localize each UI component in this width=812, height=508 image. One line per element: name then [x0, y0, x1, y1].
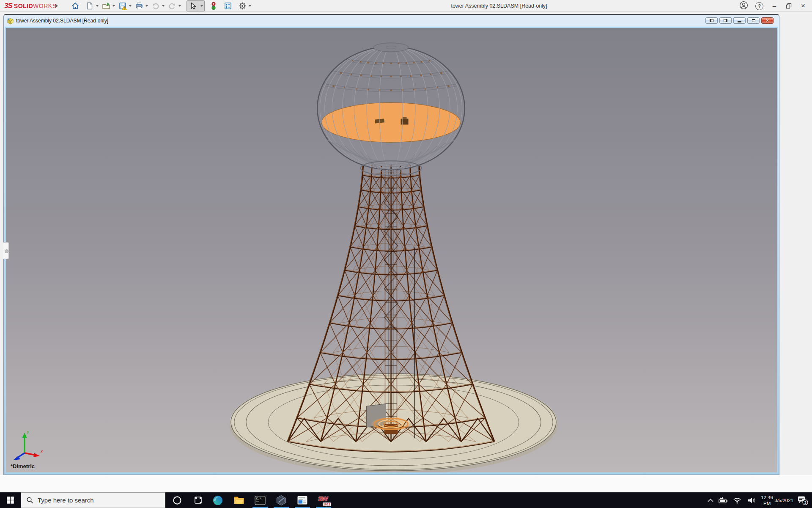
document-title: tower Assembly 02.SLDASM [Read-only] [16, 18, 108, 24]
restore-button[interactable] [785, 3, 792, 9]
taskbar-clock[interactable]: 12:46 PM 3/5/2021 [760, 492, 793, 508]
solidworks-2021-icon: SW 2021 [318, 495, 329, 506]
document-window: tower Assembly 02.SLDASM [Read-only] × y… [3, 14, 779, 475]
home-button[interactable] [70, 1, 81, 11]
cortana-button[interactable] [168, 492, 187, 508]
command-prompt-icon: C:\ [255, 495, 266, 506]
tray-overflow-button[interactable] [705, 492, 716, 508]
taskbar-item-solidworks[interactable]: SW 2021 [313, 492, 334, 508]
file-explorer-icon [233, 495, 244, 506]
tile-left-icon [710, 19, 713, 22]
taskbar: C:\ SW 2021 [0, 492, 812, 508]
task-view-button[interactable] [189, 492, 207, 508]
system-window-icon [297, 495, 308, 506]
clock-time: 12:46 PM [760, 494, 774, 506]
search-icon [26, 497, 33, 504]
doc-close-button[interactable]: × [761, 17, 774, 24]
cortana-icon [172, 495, 182, 505]
stoplight-icon [209, 2, 218, 10]
doc-minimize-button[interactable] [733, 17, 746, 24]
open-dropdown[interactable] [112, 5, 115, 7]
orientation-triad[interactable]: y x [12, 429, 48, 461]
edrawings-hexagon-icon [276, 495, 287, 506]
triad-x-label: x [40, 449, 43, 454]
document-title-bar[interactable]: tower Assembly 02.SLDASM [Read-only] [4, 15, 779, 27]
wifi-icon [733, 497, 741, 504]
quick-access-toolbar [70, 1, 253, 11]
app-window-controls: ? – × [739, 0, 807, 12]
windows-start-icon [7, 497, 14, 504]
restore-icon [785, 3, 792, 9]
task-form-button[interactable] [222, 1, 233, 11]
display-stoplight-button[interactable] [208, 1, 219, 11]
options-button[interactable] [237, 1, 248, 11]
speaker-icon [747, 497, 757, 504]
open-button[interactable] [101, 1, 112, 11]
redo-button[interactable] [167, 1, 178, 11]
undo-button[interactable] [150, 1, 161, 11]
chevron-up-icon [707, 498, 714, 503]
graphics-viewport[interactable]: y x *Dimetric [5, 27, 778, 474]
close-button[interactable]: × [799, 0, 807, 12]
tile-right-icon [724, 19, 727, 22]
select-arrow-button[interactable] [187, 1, 199, 11]
volume-status[interactable] [744, 492, 760, 508]
taskbar-item-command-prompt[interactable]: C:\ [250, 492, 271, 508]
notification-icon: 3 [797, 495, 808, 505]
redo-dropdown[interactable] [178, 5, 181, 7]
assembly-file-icon [7, 17, 14, 25]
redo-icon [168, 2, 176, 10]
triad-y-label: y [27, 430, 29, 434]
save-icon [118, 2, 127, 10]
battery-status[interactable] [716, 492, 730, 508]
action-center-button[interactable]: 3 [793, 492, 812, 508]
search-input[interactable] [38, 497, 152, 504]
select-arrow-dropdown[interactable] [199, 0, 204, 11]
tile-left-button[interactable] [705, 17, 718, 24]
save-dropdown[interactable] [129, 5, 132, 7]
app-title-bar: 3S SOLIDWORKS [0, 0, 812, 12]
app-window-title: tower Assembly 02.SLDASM [Read-only] [451, 0, 547, 12]
desktop-gap [0, 475, 812, 492]
gear-icon [238, 2, 247, 10]
account-button[interactable] [739, 1, 748, 11]
doc-restore-icon [752, 19, 755, 22]
new-document-dropdown[interactable] [96, 5, 99, 7]
menu-flyout-arrow[interactable] [55, 4, 58, 8]
minimize-button[interactable]: – [771, 0, 778, 12]
tile-right-button[interactable] [719, 17, 732, 24]
help-button[interactable]: ? [755, 2, 763, 10]
print-button[interactable] [134, 1, 145, 11]
new-document-icon [85, 2, 94, 10]
taskbar-item-edrawings[interactable] [271, 492, 292, 508]
3ds-mark: 3S [4, 2, 12, 10]
svg-text:C:\: C:\ [256, 497, 262, 500]
new-document-button[interactable] [84, 1, 95, 11]
print-dropdown[interactable] [145, 5, 148, 7]
undo-icon [151, 2, 160, 10]
tower-3d-model[interactable] [6, 28, 777, 472]
task-form-icon [224, 2, 232, 10]
edge-icon [212, 495, 223, 506]
task-view-icon [194, 496, 202, 504]
save-button[interactable] [117, 1, 128, 11]
solidworks-logo[interactable]: 3S SOLIDWORKS [4, 0, 56, 12]
taskbar-app-icons: C:\ SW 2021 [207, 492, 334, 508]
options-dropdown[interactable] [249, 5, 251, 7]
help-icon: ? [758, 3, 761, 8]
doc-minimize-icon [738, 21, 741, 22]
feature-panel-collapsed-tab[interactable] [3, 242, 9, 259]
taskbar-search[interactable] [21, 492, 165, 508]
undo-dropdown[interactable] [162, 5, 165, 7]
taskbar-item-edge[interactable] [207, 492, 228, 508]
battery-charging-icon [719, 497, 728, 504]
wifi-status[interactable] [730, 492, 744, 508]
home-icon [71, 2, 80, 10]
taskbar-item-file-explorer[interactable] [228, 492, 250, 508]
clock-date: 3/5/2021 [774, 497, 793, 503]
document-window-controls: × [705, 17, 774, 24]
start-button[interactable] [0, 492, 20, 508]
taskbar-item-system-window[interactable] [292, 492, 313, 508]
open-icon [102, 2, 110, 10]
doc-restore-button[interactable] [747, 17, 760, 24]
